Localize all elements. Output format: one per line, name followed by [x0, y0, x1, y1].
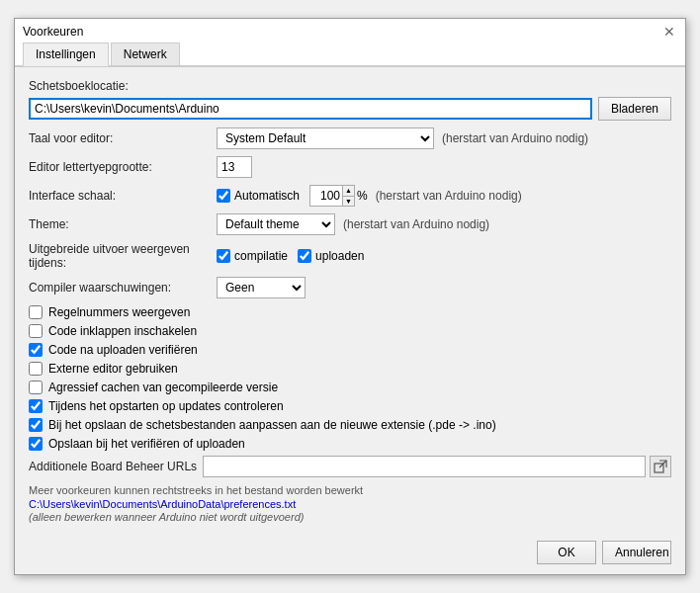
verbose-upload-wrapper: uploaden [298, 249, 364, 263]
line-numbers-row: Regelnummers weergeven [29, 305, 671, 319]
interface-scale-label: Interface schaal: [29, 189, 217, 203]
checkboxes-section: Regelnummers weergeven Code inklappen in… [29, 305, 671, 451]
update-check-label: Tijdens het opstarten op updates control… [48, 399, 284, 413]
update-check-row: Tijdens het opstarten op updates control… [29, 399, 671, 413]
scale-input[interactable] [310, 186, 342, 206]
language-label: Taal voor editor: [29, 131, 217, 145]
board-urls-row: Additionele Board Beheer URLs [29, 456, 671, 477]
save-verify-label: Opslaan bij het verifiëren of uploaden [48, 437, 245, 451]
save-extension-row: Bij het opslaan de schetsbestanden aanpa… [29, 418, 671, 432]
language-note: (herstart van Arduino nodig) [442, 131, 588, 145]
title-bar: Voorkeuren Instellingen Netwerk ✕ [15, 19, 685, 66]
line-numbers-label: Regelnummers weergeven [48, 305, 190, 319]
info-section: Meer voorkeuren kunnen rechtstreeks in h… [29, 484, 671, 523]
external-editor-checkbox[interactable] [29, 362, 43, 376]
board-urls-icon-button[interactable] [650, 456, 671, 477]
auto-label: Automatisch [234, 189, 300, 203]
font-size-label: Editor lettertyepgrootte: [29, 160, 217, 174]
compiler-warn-row: Compiler waarschuwingen: Geen [29, 277, 671, 298]
browse-button[interactable]: Bladeren [598, 97, 671, 121]
verbose-upload-checkbox[interactable] [298, 249, 311, 263]
ok-button[interactable]: OK [537, 541, 596, 564]
info-line2: (alleen bewerken wanneer Arduino niet wo… [29, 511, 671, 523]
prefs-path: C:\Users\kevin\Documents\ArduinoData\pre… [29, 498, 671, 510]
save-extension-checkbox[interactable] [29, 418, 43, 432]
theme-label: Theme: [29, 217, 217, 231]
compiler-warn-select[interactable]: Geen [217, 277, 306, 298]
tab-instellingen[interactable]: Instellingen [23, 42, 109, 66]
theme-row: Theme: Default theme (herstart van Ardui… [29, 213, 671, 235]
save-extension-label: Bij het opslaan de schetsbestanden aanpa… [48, 418, 496, 432]
scale-spinner: ▲ ▼ [309, 185, 355, 207]
board-urls-label: Additionele Board Beheer URLs [29, 460, 197, 473]
language-row: Taal voor editor: System Default (hersta… [29, 127, 671, 149]
preferences-dialog: Voorkeuren Instellingen Netwerk ✕ Schets… [14, 18, 686, 575]
update-check-checkbox[interactable] [29, 399, 43, 413]
verify-upload-label: Code na uploaden verifiëren [48, 343, 198, 357]
font-size-row: Editor lettertyepgrootte: [29, 156, 671, 178]
code-fold-checkbox[interactable] [29, 324, 43, 338]
code-fold-row: Code inklappen inschakelen [29, 324, 671, 338]
aggressive-cache-label: Agressief cachen van gecompileerde versi… [48, 381, 278, 394]
sketchbook-path-row: Bladeren [29, 97, 671, 121]
auto-checkbox[interactable] [217, 189, 230, 203]
interface-scale-row: Interface schaal: Automatisch ▲ ▼ % (her… [29, 185, 671, 207]
external-editor-label: Externe editor gebruiken [48, 362, 178, 376]
scale-note: (herstart van Arduino nodig) [376, 189, 522, 203]
tab-netwerk[interactable]: Netwerk [111, 42, 180, 65]
verbose-row: Uitgebreide uitvoer weergeven tijdens: c… [29, 242, 671, 270]
verbose-compilation-checkbox[interactable] [217, 249, 230, 263]
verify-upload-checkbox[interactable] [29, 343, 43, 357]
external-link-icon [654, 460, 667, 473]
sketchbook-label: Schetsboeklocatie: [29, 79, 129, 93]
external-editor-row: Externe editor gebruiken [29, 362, 671, 376]
cancel-button[interactable]: Annuleren [602, 541, 671, 564]
verbose-compilation-wrapper: compilatie [217, 249, 288, 263]
board-urls-input[interactable] [203, 456, 646, 477]
scale-up-arrow[interactable]: ▲ [343, 186, 354, 197]
scale-arrows: ▲ ▼ [342, 186, 354, 206]
info-line1: Meer voorkeuren kunnen rechtstreeks in h… [29, 484, 671, 496]
aggressive-cache-checkbox[interactable] [29, 381, 43, 394]
font-size-input[interactable] [217, 156, 252, 178]
theme-note: (herstart van Arduino nodig) [343, 217, 489, 231]
verify-upload-row: Code na uploaden verifiëren [29, 343, 671, 357]
tabs: Instellingen Netwerk [23, 42, 182, 65]
theme-select[interactable]: Default theme [217, 213, 335, 235]
scale-down-arrow[interactable]: ▼ [343, 197, 354, 207]
compiler-warn-label: Compiler waarschuwingen: [29, 281, 217, 295]
language-select[interactable]: System Default [217, 127, 434, 149]
close-button[interactable]: ✕ [661, 25, 677, 39]
save-verify-row: Opslaan bij het verifiëren of uploaden [29, 437, 671, 451]
dialog-title: Voorkeuren [23, 25, 182, 39]
line-numbers-checkbox[interactable] [29, 305, 43, 319]
title-bar-left: Voorkeuren Instellingen Netwerk [23, 25, 182, 65]
sketchbook-row: Schetsboeklocatie: [29, 79, 671, 93]
code-fold-label: Code inklappen inschakelen [48, 324, 197, 338]
sketchbook-path-input[interactable] [29, 98, 592, 120]
aggressive-cache-row: Agressief cachen van gecompileerde versi… [29, 381, 671, 394]
auto-check-wrapper: Automatisch [217, 189, 300, 203]
verbose-upload-label: uploaden [315, 249, 364, 263]
footer: OK Annuleren [15, 533, 685, 574]
main-content: Schetsboeklocatie: Bladeren Taal voor ed… [15, 66, 685, 533]
verbose-label: Uitgebreide uitvoer weergeven tijdens: [29, 242, 217, 270]
scale-percent: % [357, 189, 368, 203]
save-verify-checkbox[interactable] [29, 437, 43, 451]
verbose-compilation-label: compilatie [234, 249, 288, 263]
